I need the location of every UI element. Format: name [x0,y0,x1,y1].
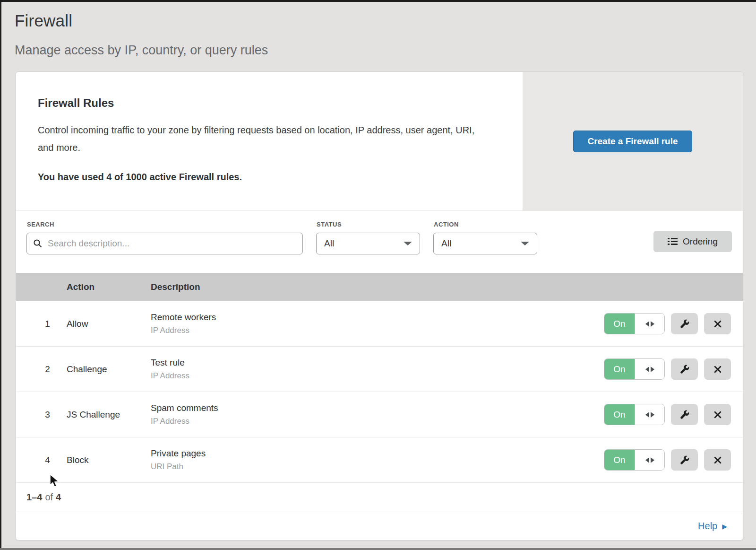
card-header: Firewall Rules Control incoming traffic … [16,72,743,211]
pagination-range: 1–4 [26,492,42,503]
arrow-right-icon: ▶ [722,522,727,530]
rule-priority: 4 [16,455,67,465]
usage-text: You have used 4 of 1000 active Firewall … [38,172,523,183]
card-title: Firewall Rules [38,96,523,110]
rule-match-type: URI Path [151,462,604,471]
close-icon [713,455,722,465]
rule-description-cell: Private pages URI Path [151,448,604,471]
toggle-drag-handle [635,314,664,334]
rule-enabled-toggle[interactable]: On [604,313,665,334]
delete-rule-button[interactable] [704,404,731,425]
rule-description-cell: Remote workers IP Address [151,312,604,335]
search-icon [33,239,43,248]
rule-description: Test rule [151,358,604,368]
create-rule-panel: Create a Firewall rule [523,72,743,210]
wrench-icon [679,364,690,375]
mouse-cursor [49,474,61,488]
firewall-page: Firewall Manage access by IP, country, o… [0,0,756,541]
arrow-right-icon [651,367,654,372]
toggle-drag-handle [635,450,664,470]
pagination-of: of [45,492,53,503]
pagination: 1–4 of 4 [16,483,743,512]
wrench-icon [679,319,690,329]
rule-description-cell: Spam comments IP Address [151,403,604,426]
rule-priority: 1 [16,319,67,329]
arrow-left-icon [645,321,649,327]
chevron-down-icon [521,242,529,245]
firewall-rules-card: Firewall Rules Control incoming traffic … [16,71,743,541]
help-link-label: Help [698,521,717,532]
status-select[interactable]: All [316,233,420,254]
rule-enabled-toggle[interactable]: On [604,358,665,380]
action-select[interactable]: All [433,233,537,254]
arrow-right-icon [651,457,654,463]
edit-rule-button[interactable] [671,358,698,380]
table-row: 4 Block Private pages URI Path On [16,437,743,483]
rule-action: Block [67,455,151,465]
pagination-total: 4 [56,492,61,503]
wrench-icon [679,410,690,420]
edit-rule-button[interactable] [671,449,698,471]
rule-description: Private pages [151,448,604,459]
toggle-drag-handle [635,359,664,379]
card-description: Control incoming traffic to your zone by… [38,122,487,157]
status-filter: STATUS All [316,221,420,273]
delete-rule-button[interactable] [704,313,731,334]
search-filter: SEARCH [26,221,303,273]
window-edge-left [0,0,1,550]
wrench-icon [679,455,690,465]
status-selected-value: All [324,238,334,249]
ordering-button-label: Ordering [683,236,718,247]
close-icon [713,319,722,329]
table-row: 1 Allow Remote workers IP Address On [16,301,743,347]
rule-action: JS Challenge [67,410,151,420]
filters-bar: SEARCH STATUS All ACTION [16,211,743,273]
rule-enabled-toggle[interactable]: On [604,404,665,425]
card-header-text: Firewall Rules Control incoming traffic … [16,72,523,210]
rule-enabled-toggle[interactable]: On [604,449,665,471]
rule-match-type: IP Address [151,326,604,335]
rule-match-type: IP Address [151,371,604,381]
ordering-button[interactable]: Ordering [653,231,732,252]
edit-rule-button[interactable] [671,404,698,425]
edit-rule-button[interactable] [671,313,698,334]
rule-priority: 3 [16,410,67,420]
window-edge-top [0,0,756,2]
arrow-left-icon [645,412,649,418]
rule-controls: On [604,313,743,334]
arrow-left-icon [645,367,649,372]
page-subtitle: Manage access by IP, country, or query r… [15,43,743,58]
arrow-left-icon [645,457,649,463]
search-input[interactable] [26,233,303,254]
window-edge-bottom [0,548,756,550]
rule-action: Challenge [67,364,151,375]
action-selected-value: All [441,238,451,249]
column-header-action: Action [67,282,151,292]
action-filter: ACTION All [433,221,537,273]
ordered-list-icon [668,237,678,245]
rule-description: Remote workers [151,312,604,323]
rule-description: Spam comments [151,403,604,413]
help-link[interactable]: Help ▶ [698,521,727,532]
toggle-on-label: On [604,314,635,334]
rule-controls: On [604,358,743,380]
arrow-right-icon [651,412,654,418]
delete-rule-button[interactable] [704,449,731,471]
create-firewall-rule-button[interactable]: Create a Firewall rule [573,131,692,152]
table-body: 1 Allow Remote workers IP Address On [16,301,743,483]
toggle-on-label: On [604,450,635,470]
chevron-down-icon [404,242,412,245]
status-label: STATUS [317,221,420,228]
rule-description-cell: Test rule IP Address [151,358,604,381]
delete-rule-button[interactable] [704,358,731,380]
rule-match-type: IP Address [151,417,604,426]
close-icon [713,365,722,374]
search-label: SEARCH [27,221,303,228]
rule-priority: 2 [16,364,67,375]
table-row: 2 Challenge Test rule IP Address On [16,347,743,392]
rule-controls: On [604,404,743,425]
card-footer: Help ▶ [16,512,743,540]
rule-controls: On [604,449,743,471]
column-header-description: Description [151,282,743,292]
action-label: ACTION [434,221,537,228]
